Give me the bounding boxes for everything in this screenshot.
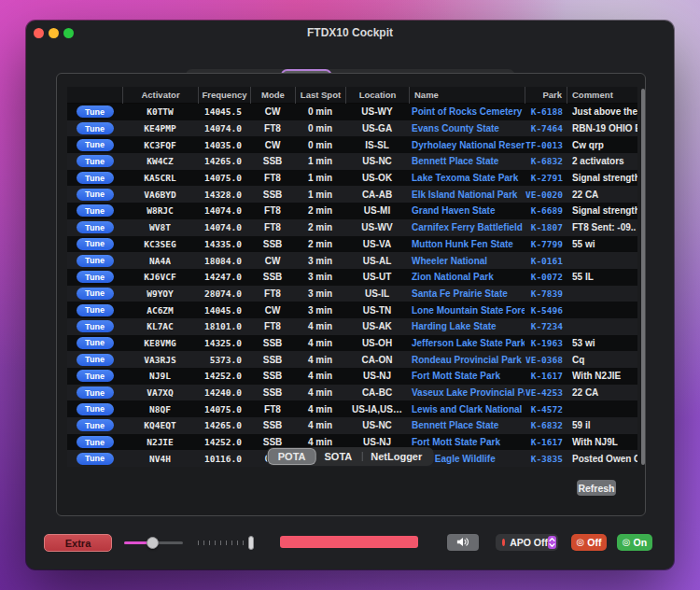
power-on-button[interactable]: ◎ On — [617, 534, 652, 551]
frequency-cell: 14335.0 — [198, 239, 250, 249]
spot-row: TuneKC3SEG14335.0SSB2 minUS-VAMutton Hun… — [67, 236, 637, 253]
speaker-button[interactable] — [447, 534, 479, 551]
tune-button[interactable]: Tune — [77, 320, 114, 332]
park-code-link[interactable]: K-0072 — [525, 272, 567, 282]
title-bar[interactable]: FTDX10 Cockpit — [26, 21, 674, 45]
park-code-link[interactable]: K-7799 — [525, 239, 567, 249]
tune-button[interactable]: Tune — [77, 386, 114, 399]
tune-button[interactable]: Tune — [77, 221, 114, 233]
column-header-name[interactable]: Name — [409, 87, 525, 104]
park-code-link[interactable]: K-5496 — [525, 305, 567, 316]
tune-button[interactable]: Tune — [77, 139, 114, 151]
park-name-link[interactable]: Zion National Park — [409, 272, 525, 282]
spot-row: TuneVA7XQ14240.0SSB4 minCA-BCVaseux Lake… — [67, 385, 637, 401]
apo-stepper-icon[interactable] — [548, 536, 556, 549]
park-code-link[interactable]: K-1617 — [525, 437, 567, 447]
park-name-link[interactable]: Rondeau Provincial Park — [409, 355, 525, 365]
tune-button[interactable]: Tune — [77, 238, 114, 250]
tune-button[interactable]: Tune — [77, 204, 114, 217]
frequency-cell: 14252.0 — [198, 437, 250, 447]
tune-button[interactable]: Tune — [77, 122, 114, 134]
park-name-link[interactable]: Harding Lake State — [409, 321, 525, 331]
park-code-link[interactable]: K-6188 — [525, 106, 567, 117]
park-code-link[interactable]: K-4572 — [525, 404, 567, 414]
source-tab-netlogger[interactable]: NetLogger — [361, 449, 431, 464]
tune-button[interactable]: Tune — [77, 271, 114, 283]
park-code-link[interactable]: TF-0013 — [525, 140, 567, 150]
tune-button[interactable]: Tune — [77, 453, 114, 465]
park-code-link[interactable]: VE-0020 — [525, 190, 567, 200]
mode-cell: SSB — [250, 355, 295, 365]
volume-slider[interactable] — [124, 534, 183, 552]
tune-button[interactable]: Tune — [77, 436, 114, 448]
park-code-link[interactable]: K-6689 — [525, 205, 567, 216]
mode-cell: CW — [250, 256, 295, 266]
tune-button[interactable]: Tune — [77, 304, 114, 316]
column-header-location[interactable]: Location — [345, 87, 409, 104]
park-code-link[interactable]: K-1807 — [525, 222, 567, 232]
park-code-link[interactable]: K-3835 — [525, 454, 567, 464]
park-name-link[interactable]: Lone Mountain State Forest — [409, 305, 525, 316]
column-header-frequency[interactable]: Frequency — [198, 87, 250, 104]
column-header-comment[interactable]: Comment — [567, 87, 637, 104]
park-name-link[interactable]: Bennett Place State — [409, 156, 525, 166]
tune-button[interactable]: Tune — [77, 403, 114, 415]
park-code-link[interactable]: K-7464 — [525, 123, 567, 133]
power-off-button[interactable]: ◎ Off — [571, 534, 607, 551]
park-name-link[interactable]: Mutton Hunk Fen State — [409, 239, 525, 249]
tune-button[interactable]: Tune — [77, 155, 114, 167]
park-code-link[interactable]: K-1963 — [525, 338, 567, 348]
tune-button[interactable]: Tune — [77, 337, 114, 349]
park-name-link[interactable]: Fort Mott State Park — [409, 371, 525, 381]
apo-dropdown[interactable]: APO Off — [496, 534, 558, 551]
column-header-last-spot[interactable]: Last Spot — [295, 87, 345, 104]
park-code-link[interactable]: K-6832 — [525, 420, 567, 430]
source-tab-sota[interactable]: SOTA — [315, 449, 362, 464]
park-name-link[interactable]: Evans County State — [409, 123, 525, 133]
park-name-link[interactable]: Carnifex Ferry Battlefield — [409, 222, 525, 232]
park-name-link[interactable]: Wheeler National — [409, 256, 525, 266]
tune-button[interactable]: Tune — [77, 419, 114, 431]
table-scrollbar[interactable] — [641, 89, 645, 465]
activator-cell: KE8VMG — [122, 338, 198, 348]
tune-button[interactable]: Tune — [77, 105, 114, 118]
column-header-tune[interactable] — [67, 87, 122, 104]
park-name-link[interactable]: Bennett Place State — [409, 420, 525, 430]
park-name-link[interactable]: Jefferson Lake State Park — [409, 338, 525, 348]
extra-button[interactable]: Extra — [44, 534, 112, 552]
last-spot-cell: 2 min — [295, 239, 345, 249]
tune-button[interactable]: Tune — [77, 172, 114, 184]
tune-button[interactable]: Tune — [77, 354, 114, 366]
tune-button[interactable]: Tune — [77, 255, 114, 267]
tune-button[interactable]: Tune — [77, 370, 114, 382]
tune-cell: Tune — [67, 139, 122, 151]
park-name-link[interactable]: Lewis and Clark National — [409, 404, 525, 414]
park-code-link[interactable]: K-0161 — [525, 256, 567, 266]
park-code-link[interactable]: K-6832 — [525, 156, 567, 166]
column-header-activator[interactable]: Activator — [122, 87, 198, 104]
park-name-link[interactable]: Santa Fe Prairie State — [409, 288, 525, 299]
refresh-button[interactable]: Refresh — [577, 480, 616, 496]
column-header-park[interactable]: Park — [525, 87, 567, 104]
frequency-cell: 14074.0 — [198, 222, 250, 232]
park-name-link[interactable]: Elk Island National Park — [409, 190, 525, 200]
tune-button[interactable]: Tune — [77, 288, 114, 300]
volume-slider-thumb[interactable] — [147, 537, 159, 549]
step-slider[interactable] — [196, 534, 257, 552]
park-code-link[interactable]: VE-0368 — [525, 355, 567, 365]
park-name-link[interactable]: Point of Rocks Cemetery — [409, 106, 525, 117]
step-slider-thumb[interactable] — [248, 536, 254, 550]
column-header-mode[interactable]: Mode — [250, 87, 295, 104]
source-tab-pota[interactable]: POTA — [269, 449, 315, 464]
park-name-link[interactable]: Vaseux Lake Provincial Park — [409, 387, 525, 398]
park-code-link[interactable]: K-7839 — [525, 288, 567, 299]
park-code-link[interactable]: VE-4253 — [525, 387, 567, 398]
park-name-link[interactable]: Dyrholaey National Reserve — [409, 140, 525, 150]
tune-button[interactable]: Tune — [77, 189, 114, 201]
park-code-link[interactable]: K-2791 — [525, 173, 567, 183]
park-name-link[interactable]: Grand Haven State — [409, 205, 525, 216]
park-name-link[interactable]: Lake Texoma State Park — [409, 173, 525, 183]
park-code-link[interactable]: K-7234 — [525, 321, 567, 331]
park-name-link[interactable]: Fort Mott State Park — [409, 437, 525, 447]
park-code-link[interactable]: K-1617 — [525, 371, 567, 381]
